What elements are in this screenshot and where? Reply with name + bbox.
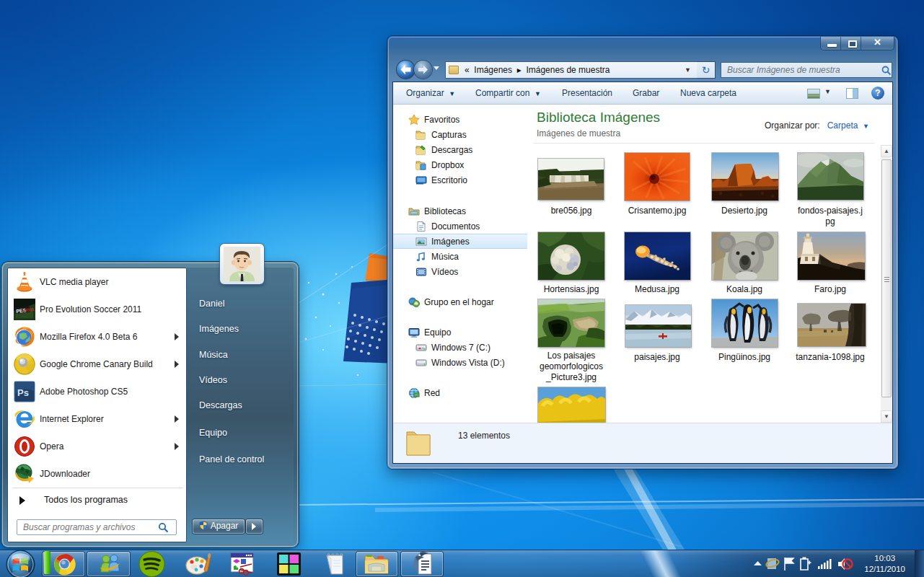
svg-text:Ps: Ps <box>17 387 29 398</box>
